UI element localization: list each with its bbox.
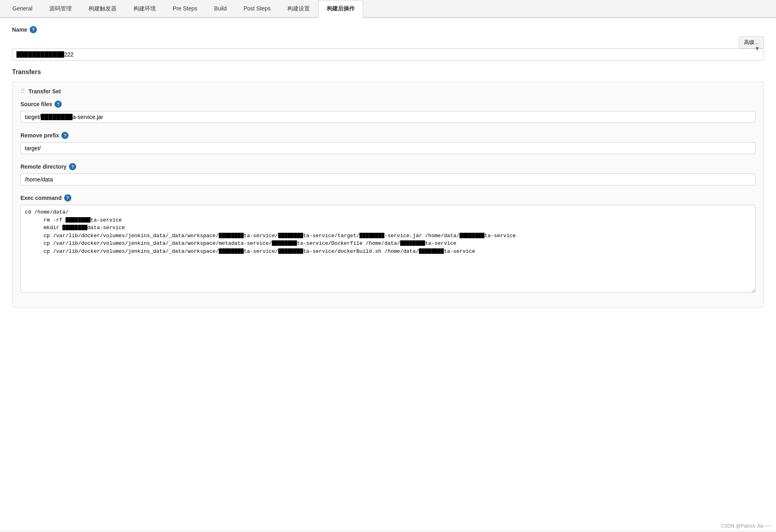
drag-handle-icon[interactable]: ⠿ [20, 88, 25, 95]
tab-source[interactable]: 源码管理 [41, 0, 80, 17]
remove-prefix-help-icon[interactable]: ? [61, 132, 69, 139]
tab-build-settings[interactable]: 构建设置 [279, 0, 318, 17]
remote-directory-input[interactable] [20, 173, 756, 185]
remote-directory-label: Remote directory ? [20, 163, 756, 170]
remove-prefix-label-text: Remove prefix [20, 132, 59, 139]
exec-command-label-text: Exec command [20, 195, 62, 201]
transfer-set-title: Transfer Set [28, 88, 61, 95]
name-help-icon[interactable]: ? [30, 26, 37, 33]
exec-command-group: Exec command ? [20, 194, 756, 294]
exec-command-help-icon[interactable]: ? [64, 194, 71, 202]
remote-directory-label-text: Remote directory [20, 163, 67, 170]
main-content: Name ? 高级... ████████████222 ▼ Transfers… [0, 18, 776, 530]
source-files-help-icon[interactable]: ? [55, 101, 62, 108]
name-select[interactable]: ████████████222 [12, 48, 764, 60]
tab-build[interactable]: Build [206, 0, 235, 17]
name-label: Name ? [12, 26, 764, 33]
footer-credit: CSDN @Patrick Jia~~~ [721, 523, 771, 529]
remove-prefix-group: Remove prefix ? [20, 132, 756, 156]
tab-general[interactable]: General [4, 0, 41, 17]
source-files-label: Source files ? [20, 101, 756, 108]
remote-directory-help-icon[interactable]: ? [69, 163, 76, 170]
remove-prefix-input[interactable] [20, 142, 756, 154]
exec-command-label: Exec command ? [20, 194, 756, 202]
name-section: Name ? 高级... ████████████222 ▼ [12, 26, 764, 60]
name-label-text: Name [12, 26, 27, 33]
tab-pre-steps[interactable]: Pre Steps [164, 0, 206, 17]
source-files-label-text: Source files [20, 101, 52, 107]
exec-command-textarea[interactable] [20, 205, 756, 293]
name-select-wrapper: ████████████222 ▼ [12, 36, 764, 60]
source-files-input[interactable] [20, 111, 756, 123]
tab-post-build[interactable]: 构建后操作 [318, 0, 363, 18]
transfer-set-header: ⠿ Transfer Set [20, 88, 756, 95]
transfers-label: Transfers [12, 69, 764, 76]
transfer-set-box: ⠿ Transfer Set Source files ? Remove pre… [12, 82, 764, 308]
remote-directory-group: Remote directory ? [20, 163, 756, 187]
remove-prefix-label: Remove prefix ? [20, 132, 756, 139]
tab-triggers[interactable]: 构建触发器 [80, 0, 125, 17]
source-files-group: Source files ? [20, 101, 756, 125]
transfers-section: Transfers ⠿ Transfer Set Source files ? … [12, 69, 764, 308]
tab-post-steps[interactable]: Post Steps [235, 0, 279, 17]
tab-bar: General源码管理构建触发器构建环境Pre StepsBuildPost S… [0, 0, 776, 18]
tab-env[interactable]: 构建环境 [125, 0, 164, 17]
